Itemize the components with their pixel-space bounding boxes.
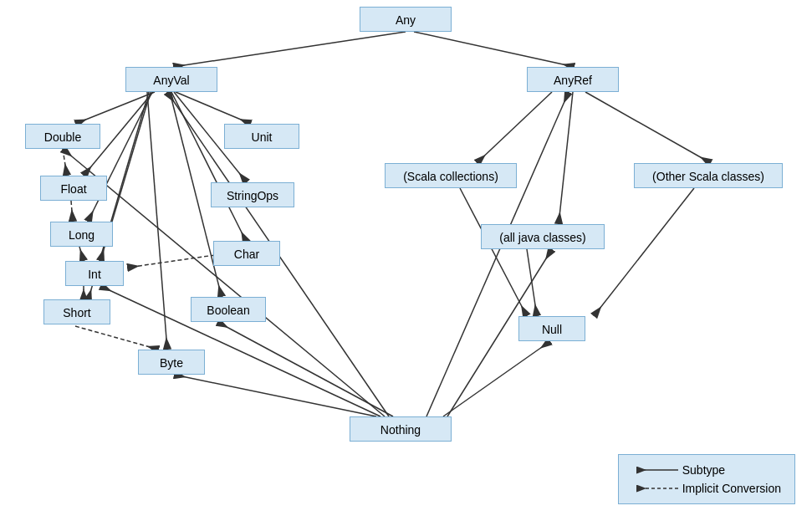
node-byte: Byte	[138, 350, 205, 375]
svg-line-28	[174, 375, 376, 416]
svg-line-12	[171, 92, 247, 243]
svg-line-16	[79, 247, 84, 261]
svg-line-21	[585, 92, 711, 163]
node-anyref: AnyRef	[527, 67, 619, 92]
node-nothing: Nothing	[350, 416, 452, 442]
svg-line-22	[559, 92, 573, 224]
legend-subtype-label: Subtype	[682, 463, 725, 477]
node-anyval: AnyVal	[125, 67, 217, 92]
legend-implicit-line	[632, 482, 682, 495]
svg-line-31	[426, 92, 569, 416]
svg-line-14	[63, 149, 67, 176]
node-float: Float	[40, 176, 107, 201]
svg-line-18	[75, 326, 159, 350]
svg-line-9	[147, 92, 167, 350]
node-stringops: StringOps	[211, 182, 294, 207]
node-long: Long	[50, 222, 113, 247]
svg-line-24	[460, 188, 527, 316]
svg-line-32	[443, 341, 550, 416]
svg-line-4	[75, 92, 155, 124]
node-othercoll: (Other Scala classes)	[634, 163, 783, 188]
node-int: Int	[65, 261, 124, 286]
node-char: Char	[213, 241, 280, 266]
node-unit: Unit	[224, 124, 299, 149]
legend-implicit-label: Implicit Conversion	[682, 482, 781, 495]
svg-line-25	[594, 188, 694, 316]
node-scalacoll: (Scala collections)	[385, 163, 517, 188]
svg-line-29	[217, 322, 393, 416]
svg-line-23	[527, 249, 537, 316]
diagram-container: Any AnyVal AnyRef Double Unit Float Stri…	[0, 0, 812, 521]
node-null: Null	[518, 316, 585, 341]
node-any: Any	[360, 7, 452, 32]
svg-line-3	[414, 32, 575, 67]
node-alljava: (all java classes)	[481, 224, 605, 249]
legend-subtype-line	[632, 463, 682, 477]
svg-line-20	[477, 92, 552, 163]
legend: Subtype Implicit Conversion	[618, 454, 795, 504]
svg-line-10	[176, 92, 251, 124]
legend-subtype: Subtype	[632, 463, 781, 477]
svg-line-19	[127, 255, 215, 268]
svg-line-6	[88, 92, 152, 222]
svg-line-15	[71, 201, 73, 222]
node-double: Double	[25, 124, 100, 149]
svg-line-2	[173, 32, 406, 67]
legend-implicit: Implicit Conversion	[632, 482, 781, 495]
node-short: Short	[43, 299, 110, 324]
node-boolean: Boolean	[191, 297, 266, 322]
